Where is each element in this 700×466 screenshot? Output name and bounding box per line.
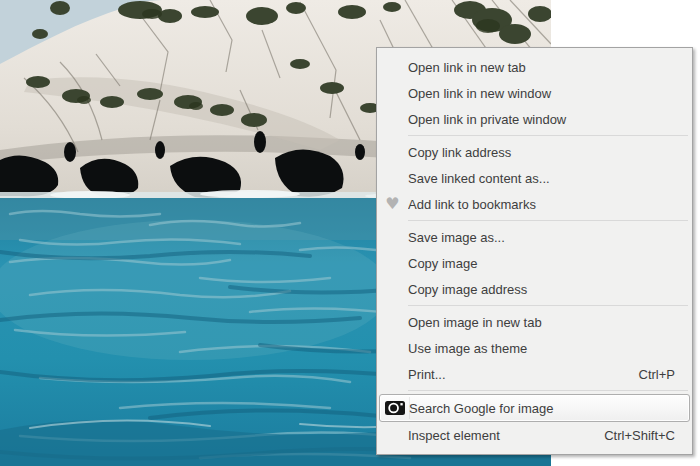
menu-item-open-link-in-new-window[interactable]: Open link in new window xyxy=(377,80,692,106)
menu-item-shortcut: Ctrl+Shift+C xyxy=(604,428,692,443)
menu-item-copy-link-address[interactable]: Copy link address xyxy=(377,139,692,165)
camera-icon xyxy=(385,400,405,416)
context-menu: Open link in new tabOpen link in new win… xyxy=(376,47,693,455)
menu-icon-cell: ♥ xyxy=(377,196,408,212)
menu-item-copy-image-address[interactable]: Copy image address xyxy=(377,276,692,302)
menu-separator xyxy=(408,390,688,391)
heart-icon: ♥ xyxy=(385,196,399,212)
menu-item-open-link-in-private-window[interactable]: Open link in private window xyxy=(377,106,692,132)
menu-separator xyxy=(408,305,688,306)
menu-item-label: Copy link address xyxy=(408,145,692,160)
menu-item-save-linked-content-as[interactable]: Save linked content as... xyxy=(377,165,692,191)
menu-item-label: Add link to bookmarks xyxy=(408,197,692,212)
menu-item-label: Copy image address xyxy=(408,282,692,297)
menu-item-label: Open link in new window xyxy=(408,86,692,101)
menu-item-label: Save linked content as... xyxy=(408,171,692,186)
menu-icon-cell xyxy=(380,400,409,416)
menu-item-label: Print... xyxy=(408,367,639,382)
menu-item-copy-image[interactable]: Copy image xyxy=(377,250,692,276)
menu-item-use-image-as-theme[interactable]: Use image as theme xyxy=(377,335,692,361)
menu-item-label: Copy image xyxy=(408,256,692,271)
menu-item-save-image-as[interactable]: Save image as... xyxy=(377,224,692,250)
menu-item-label: Inspect element xyxy=(408,428,604,443)
menu-item-label: Save image as... xyxy=(408,230,692,245)
menu-item-add-link-to-bookmarks[interactable]: ♥Add link to bookmarks xyxy=(377,191,692,217)
menu-separator xyxy=(408,220,688,221)
menu-item-shortcut: Ctrl+P xyxy=(639,367,692,382)
menu-item-open-link-in-new-tab[interactable]: Open link in new tab xyxy=(377,54,692,80)
menu-item-label: Open link in new tab xyxy=(408,60,692,75)
menu-item-open-image-in-new-tab[interactable]: Open image in new tab xyxy=(377,309,692,335)
menu-item-label: Open image in new tab xyxy=(408,315,692,330)
menu-item-print[interactable]: Print...Ctrl+P xyxy=(377,361,692,387)
menu-separator xyxy=(408,135,688,136)
menu-item-label: Search Google for image xyxy=(409,401,689,416)
menu-item-label: Open link in private window xyxy=(408,112,692,127)
menu-item-label: Use image as theme xyxy=(408,341,692,356)
menu-item-search-google-for-image[interactable]: Search Google for image xyxy=(379,394,690,422)
menu-item-inspect-element[interactable]: Inspect elementCtrl+Shift+C xyxy=(377,422,692,448)
